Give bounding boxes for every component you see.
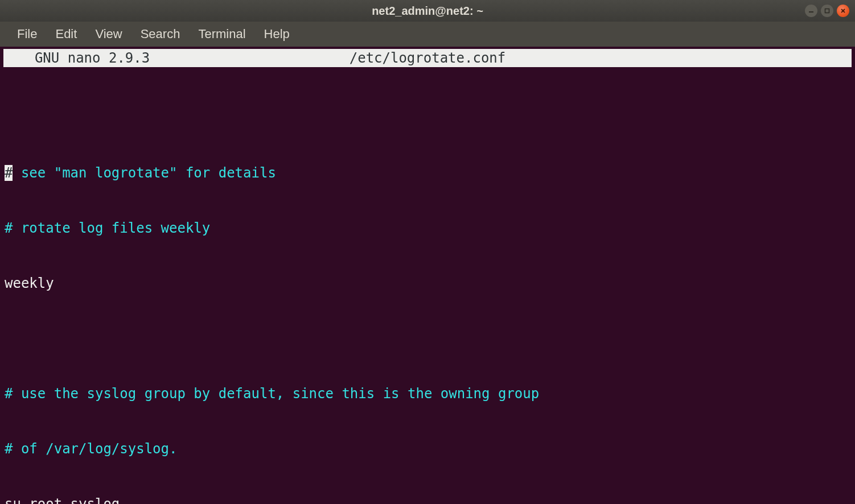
menu-file[interactable]: File bbox=[8, 23, 46, 45]
titlebar: net2_admin@net2: ~ bbox=[0, 0, 855, 22]
editor-line: weekly bbox=[5, 274, 850, 292]
editor-text: see "man logrotate" for details bbox=[13, 165, 276, 181]
cursor: # bbox=[5, 165, 13, 181]
editor-line: # see "man logrotate" for details bbox=[5, 164, 850, 182]
minimize-button[interactable] bbox=[805, 5, 817, 17]
editor-area[interactable]: # see "man logrotate" for details # rota… bbox=[0, 67, 855, 504]
window-controls bbox=[805, 5, 849, 17]
menu-search[interactable]: Search bbox=[131, 23, 190, 45]
menubar: File Edit View Search Terminal Help bbox=[0, 22, 855, 47]
editor-line bbox=[5, 329, 850, 348]
nano-filename: /etc/logrotate.conf bbox=[350, 50, 506, 66]
editor-line: # rotate log files weekly bbox=[5, 219, 850, 237]
maximize-button[interactable] bbox=[821, 5, 833, 17]
editor-line: # of /var/log/syslog. bbox=[5, 440, 850, 458]
maximize-icon bbox=[824, 8, 830, 14]
nano-version: GNU nano 2.9.3 bbox=[18, 50, 150, 66]
editor-line: su root syslog bbox=[5, 495, 850, 504]
close-icon bbox=[840, 8, 846, 14]
menu-view[interactable]: View bbox=[86, 23, 131, 45]
close-button[interactable] bbox=[837, 5, 849, 17]
minimize-icon bbox=[808, 8, 814, 14]
menu-help[interactable]: Help bbox=[255, 23, 299, 45]
window-title: net2_admin@net2: ~ bbox=[372, 5, 483, 18]
menu-terminal[interactable]: Terminal bbox=[189, 23, 254, 45]
menu-edit[interactable]: Edit bbox=[46, 23, 86, 45]
editor-line: # use the syslog group by default, since… bbox=[5, 385, 850, 403]
editor-line bbox=[5, 109, 850, 127]
svg-rect-1 bbox=[825, 9, 829, 13]
nano-header: GNU nano 2.9.3 /etc/logrotate.conf bbox=[3, 49, 852, 67]
